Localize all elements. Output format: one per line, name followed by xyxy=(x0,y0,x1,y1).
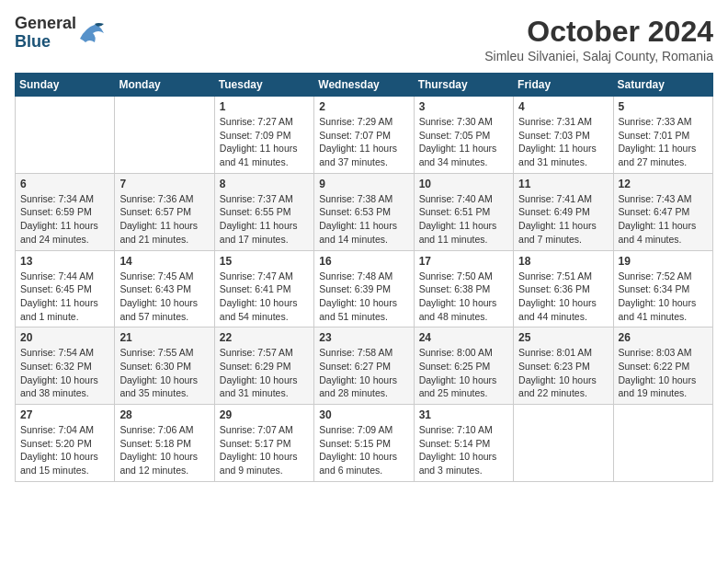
day-info: Sunrise: 7:06 AMSunset: 5:18 PMDaylight:… xyxy=(119,423,209,477)
calendar-cell: 20Sunrise: 7:54 AMSunset: 6:32 PMDayligh… xyxy=(16,327,115,405)
day-number: 20 xyxy=(20,331,109,344)
calendar-cell: 31Sunrise: 7:10 AMSunset: 5:14 PMDayligh… xyxy=(414,405,513,482)
day-number: 29 xyxy=(220,408,309,421)
day-info: Sunrise: 7:29 AMSunset: 7:07 PMDaylight:… xyxy=(319,115,408,169)
calendar-cell: 19Sunrise: 7:52 AMSunset: 6:34 PMDayligh… xyxy=(613,250,712,327)
day-number: 22 xyxy=(220,331,309,344)
calendar-cell: 23Sunrise: 7:58 AMSunset: 6:27 PMDayligh… xyxy=(314,327,414,405)
weekday-header-wednesday: Wednesday xyxy=(314,74,414,97)
calendar-cell: 12Sunrise: 7:43 AMSunset: 6:47 PMDayligh… xyxy=(613,173,712,250)
day-info: Sunrise: 8:03 AMSunset: 6:22 PMDaylight:… xyxy=(619,346,708,400)
calendar-cell: 15Sunrise: 7:47 AMSunset: 6:41 PMDayligh… xyxy=(214,250,313,327)
day-info: Sunrise: 7:41 AMSunset: 6:49 PMDaylight:… xyxy=(518,192,608,247)
day-number: 25 xyxy=(518,331,608,344)
day-info: Sunrise: 7:54 AMSunset: 6:32 PMDaylight:… xyxy=(20,346,109,400)
weekday-header-tuesday: Tuesday xyxy=(214,74,313,97)
day-info: Sunrise: 7:04 AMSunset: 5:20 PMDaylight:… xyxy=(20,423,109,477)
day-info: Sunrise: 7:44 AMSunset: 6:45 PMDaylight:… xyxy=(20,270,109,324)
calendar-cell: 2Sunrise: 7:29 AMSunset: 7:07 PMDaylight… xyxy=(314,97,414,174)
calendar-cell: 14Sunrise: 7:45 AMSunset: 6:43 PMDayligh… xyxy=(115,250,214,327)
weekday-header-saturday: Saturday xyxy=(613,74,712,97)
day-info: Sunrise: 7:57 AMSunset: 6:29 PMDaylight:… xyxy=(220,346,309,400)
day-info: Sunrise: 7:40 AMSunset: 6:51 PMDaylight:… xyxy=(419,192,508,247)
day-number: 26 xyxy=(619,331,708,344)
day-number: 7 xyxy=(119,178,209,190)
calendar-cell: 10Sunrise: 7:40 AMSunset: 6:51 PMDayligh… xyxy=(414,173,513,250)
day-number: 3 xyxy=(419,100,508,113)
title-area: October 2024 Simleu Silvaniei, Salaj Cou… xyxy=(484,15,713,63)
day-info: Sunrise: 7:27 AMSunset: 7:09 PMDaylight:… xyxy=(220,115,309,169)
calendar-cell: 3Sunrise: 7:30 AMSunset: 7:05 PMDaylight… xyxy=(414,97,513,174)
calendar-cell: 6Sunrise: 7:34 AMSunset: 6:59 PMDaylight… xyxy=(16,173,115,250)
day-number: 18 xyxy=(518,255,608,268)
logo-blue: Blue xyxy=(15,33,76,52)
day-info: Sunrise: 7:47 AMSunset: 6:41 PMDaylight:… xyxy=(220,270,309,324)
day-info: Sunrise: 7:48 AMSunset: 6:39 PMDaylight:… xyxy=(319,270,408,324)
day-number: 10 xyxy=(419,178,508,190)
day-number: 21 xyxy=(119,331,209,344)
day-info: Sunrise: 7:09 AMSunset: 5:15 PMDaylight:… xyxy=(319,423,408,477)
page-header: General Blue October 2024 Simleu Silvani… xyxy=(15,15,713,63)
location-title: Simleu Silvaniei, Salaj County, Romania xyxy=(484,49,713,63)
day-info: Sunrise: 7:36 AMSunset: 6:57 PMDaylight:… xyxy=(119,192,209,247)
calendar-cell: 24Sunrise: 8:00 AMSunset: 6:25 PMDayligh… xyxy=(414,327,513,405)
day-number: 28 xyxy=(119,408,209,421)
logo-general: General xyxy=(15,15,76,33)
day-number: 12 xyxy=(619,178,708,190)
day-number: 19 xyxy=(619,255,708,268)
day-number: 24 xyxy=(419,331,508,344)
day-info: Sunrise: 7:10 AMSunset: 5:14 PMDaylight:… xyxy=(419,423,508,477)
day-info: Sunrise: 7:38 AMSunset: 6:53 PMDaylight:… xyxy=(319,192,408,247)
calendar-cell: 21Sunrise: 7:55 AMSunset: 6:30 PMDayligh… xyxy=(115,327,214,405)
day-number: 15 xyxy=(220,255,309,268)
day-number: 11 xyxy=(518,178,608,190)
calendar-cell: 16Sunrise: 7:48 AMSunset: 6:39 PMDayligh… xyxy=(314,250,414,327)
day-info: Sunrise: 7:58 AMSunset: 6:27 PMDaylight:… xyxy=(319,346,408,400)
day-info: Sunrise: 7:33 AMSunset: 7:01 PMDaylight:… xyxy=(619,115,708,169)
day-number: 16 xyxy=(319,255,408,268)
day-info: Sunrise: 7:55 AMSunset: 6:30 PMDaylight:… xyxy=(119,346,209,400)
calendar-week-2: 6Sunrise: 7:34 AMSunset: 6:59 PMDaylight… xyxy=(16,173,713,250)
calendar-cell xyxy=(115,97,214,174)
calendar-cell: 7Sunrise: 7:36 AMSunset: 6:57 PMDaylight… xyxy=(115,173,214,250)
calendar-cell: 8Sunrise: 7:37 AMSunset: 6:55 PMDaylight… xyxy=(214,173,313,250)
day-info: Sunrise: 7:51 AMSunset: 6:36 PMDaylight:… xyxy=(518,270,608,324)
day-info: Sunrise: 7:43 AMSunset: 6:47 PMDaylight:… xyxy=(619,192,708,247)
day-number: 30 xyxy=(319,408,408,421)
calendar-cell: 1Sunrise: 7:27 AMSunset: 7:09 PMDaylight… xyxy=(214,97,313,174)
day-number: 4 xyxy=(518,100,608,113)
day-info: Sunrise: 7:50 AMSunset: 6:38 PMDaylight:… xyxy=(419,270,508,324)
day-number: 14 xyxy=(119,255,209,268)
day-info: Sunrise: 7:30 AMSunset: 7:05 PMDaylight:… xyxy=(419,115,508,169)
day-number: 31 xyxy=(419,408,508,421)
weekday-header-sunday: Sunday xyxy=(16,74,115,97)
calendar-cell: 27Sunrise: 7:04 AMSunset: 5:20 PMDayligh… xyxy=(16,405,115,482)
day-number: 5 xyxy=(619,100,708,113)
day-number: 2 xyxy=(319,100,408,113)
day-number: 6 xyxy=(20,178,109,190)
day-number: 9 xyxy=(319,178,408,190)
day-number: 1 xyxy=(220,100,309,113)
calendar-cell: 28Sunrise: 7:06 AMSunset: 5:18 PMDayligh… xyxy=(115,405,214,482)
month-title: October 2024 xyxy=(484,15,713,49)
calendar-cell: 4Sunrise: 7:31 AMSunset: 7:03 PMDaylight… xyxy=(514,97,613,174)
calendar-week-4: 20Sunrise: 7:54 AMSunset: 6:32 PMDayligh… xyxy=(16,327,713,405)
calendar-week-1: 1Sunrise: 7:27 AMSunset: 7:09 PMDaylight… xyxy=(16,97,713,174)
weekday-header-friday: Friday xyxy=(514,74,613,97)
day-number: 23 xyxy=(319,331,408,344)
calendar-week-3: 13Sunrise: 7:44 AMSunset: 6:45 PMDayligh… xyxy=(16,250,713,327)
calendar-cell: 29Sunrise: 7:07 AMSunset: 5:17 PMDayligh… xyxy=(214,405,313,482)
calendar-cell: 5Sunrise: 7:33 AMSunset: 7:01 PMDaylight… xyxy=(613,97,712,174)
calendar-cell: 25Sunrise: 8:01 AMSunset: 6:23 PMDayligh… xyxy=(514,327,613,405)
day-info: Sunrise: 8:01 AMSunset: 6:23 PMDaylight:… xyxy=(518,346,608,400)
calendar-cell: 18Sunrise: 7:51 AMSunset: 6:36 PMDayligh… xyxy=(514,250,613,327)
day-number: 8 xyxy=(220,178,309,190)
day-number: 17 xyxy=(419,255,508,268)
day-info: Sunrise: 7:07 AMSunset: 5:17 PMDaylight:… xyxy=(220,423,309,477)
calendar-cell: 30Sunrise: 7:09 AMSunset: 5:15 PMDayligh… xyxy=(314,405,414,482)
calendar-cell: 17Sunrise: 7:50 AMSunset: 6:38 PMDayligh… xyxy=(414,250,513,327)
calendar-cell: 9Sunrise: 7:38 AMSunset: 6:53 PMDaylight… xyxy=(314,173,414,250)
day-info: Sunrise: 8:00 AMSunset: 6:25 PMDaylight:… xyxy=(419,346,508,400)
weekday-header-monday: Monday xyxy=(115,74,214,97)
day-info: Sunrise: 7:52 AMSunset: 6:34 PMDaylight:… xyxy=(619,270,708,324)
